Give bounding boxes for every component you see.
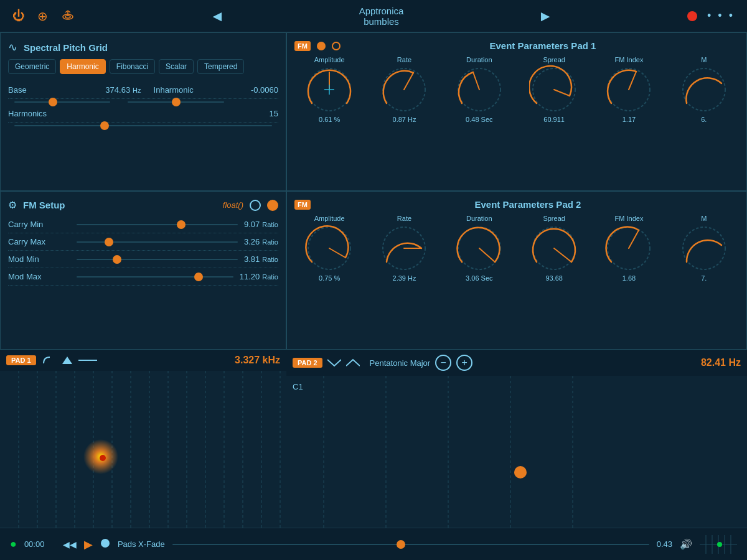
svg-line-14	[554, 90, 570, 96]
xfade-label: Pads X-Fade	[118, 539, 165, 549]
pad1-canvas[interactable]	[0, 371, 286, 528]
time-display: 00:00	[24, 539, 55, 549]
m-value-pad1: 6.	[701, 116, 707, 123]
amplitude-label-pad1: Amplitude	[314, 56, 345, 63]
volume-icon[interactable]: 🔊	[680, 538, 692, 550]
more-menu[interactable]: • • •	[707, 9, 735, 22]
pad2-minus-button[interactable]: −	[435, 355, 451, 371]
fm-title: FM Setup	[23, 200, 65, 210]
knob-amplitude-pad2: Amplitude 0.75 %	[298, 215, 360, 282]
fm-badge-pad1: FM	[294, 41, 311, 51]
svg-line-25	[554, 248, 571, 262]
grid-display	[700, 535, 737, 554]
carry-min-row: Carry Min 9.07 Ratio	[8, 216, 278, 233]
nav-prev[interactable]: ◄	[210, 7, 225, 25]
knob-fmindex-pad1: FM Index 1.17	[598, 56, 660, 123]
app-title: Apptronica bumbles	[359, 6, 404, 27]
play-button[interactable]: ▶	[84, 538, 93, 551]
crosshair-icon[interactable]: ⊕	[37, 9, 48, 24]
gear-icon: ⚙	[8, 199, 17, 211]
nav-next[interactable]: ►	[538, 7, 553, 25]
harmonics-slider[interactable]	[14, 125, 272, 126]
top-bar-left: ⏻ ⊕	[12, 7, 75, 25]
pad2-scale[interactable]: Pentatonic Major	[370, 358, 431, 368]
base-value: 374.63	[105, 85, 130, 95]
harmonics-value: 15	[270, 109, 278, 118]
mod-min-slider[interactable]	[77, 259, 238, 260]
pad2-badge: PAD 2	[293, 358, 322, 368]
toggle-on[interactable]	[267, 200, 278, 211]
mode-scalar[interactable]: Scalar	[159, 59, 194, 74]
pad2-wave-up[interactable]	[346, 358, 360, 367]
fmindex-knob-pad1[interactable]	[604, 65, 654, 114]
spectral-header: ∿ Spectral Pitch Grid	[8, 40, 278, 54]
mode-fibonacci[interactable]: Fibonacci	[110, 59, 155, 74]
harmonics-param-row: Harmonics 15	[8, 105, 278, 123]
power-icon[interactable]: ⏻	[12, 9, 25, 23]
spread-value-pad2: 93.68	[545, 274, 563, 282]
duration-value-pad1: 0.48 Sec	[466, 116, 492, 123]
carry-max-slider[interactable]	[77, 241, 238, 243]
pad1-knob-row: Amplitude 0.61 % Rate	[294, 56, 739, 123]
toggle-off[interactable]	[250, 200, 261, 211]
rewind-button[interactable]: ◀◀	[63, 539, 77, 549]
amplitude-label-pad2: Amplitude	[314, 215, 345, 222]
duration-label-pad2: Duration	[466, 215, 492, 222]
m-knob-pad2[interactable]	[679, 223, 729, 273]
inharmonic-slider[interactable]	[128, 101, 223, 103]
amplitude-value-pad2: 0.75 %	[319, 274, 340, 282]
rate-knob-pad1[interactable]	[379, 65, 429, 114]
svg-line-19	[329, 248, 345, 258]
stop-button[interactable]	[100, 538, 110, 550]
amplitude-knob-pad2[interactable]	[304, 223, 354, 273]
spread-knob-pad1[interactable]	[529, 65, 579, 114]
carry-max-row: Carry Max 3.26 Ratio	[8, 233, 278, 251]
pad2-wave-down[interactable]	[327, 358, 341, 367]
carry-min-slider[interactable]	[77, 224, 238, 225]
pad1-triangle	[61, 355, 73, 365]
pad2-canvas[interactable]: C1	[286, 376, 747, 528]
pad2-plus-button[interactable]: +	[456, 355, 472, 371]
harmonics-label: Harmonics	[8, 109, 70, 118]
rate-label-pad1: Rate	[397, 56, 411, 63]
duration-knob-pad1[interactable]	[454, 65, 504, 114]
fmindex-label-pad1: FM Index	[615, 56, 644, 63]
m-knob-pad1[interactable]	[679, 65, 729, 114]
duration-value-pad2: 3.06 Sec	[466, 274, 492, 282]
svg-line-12	[473, 72, 479, 90]
knob-spread-pad1: Spread 60.911	[523, 56, 585, 123]
svg-line-27	[629, 230, 639, 248]
mode-tempered[interactable]: Tempered	[197, 59, 244, 74]
carry-max-value: 3.26	[244, 237, 260, 246]
inharmonic-value: -0.0060	[251, 85, 278, 95]
base-slider[interactable]	[14, 101, 110, 103]
knob-m-pad1: M 6.	[673, 56, 735, 123]
mode-geometric[interactable]: Geometric	[8, 59, 56, 74]
xfade-value: 0.43	[657, 539, 672, 549]
fm-setup-panel: ⚙ FM Setup float() Carry Min 9.07 Ratio …	[0, 191, 286, 350]
pad2-panel[interactable]: PAD 2 Pentatonic Major − + 82.41 Hz C1	[286, 350, 747, 528]
top-bar: ⏻ ⊕ ◄ Apptronica bumbles ► • • •	[0, 0, 747, 32]
xfade-slider[interactable]	[172, 544, 649, 545]
mod-max-slider[interactable]	[77, 276, 233, 278]
duration-knob-pad2[interactable]	[454, 223, 504, 273]
amplitude-knob-pad1[interactable]	[304, 65, 354, 114]
record-button[interactable]	[687, 11, 697, 21]
pad1-shape-corner[interactable]	[41, 356, 56, 365]
pad1-panel[interactable]: PAD 1 3.327 kHz	[0, 350, 286, 528]
rate-knob-pad2[interactable]	[379, 223, 429, 273]
spectral-title: Spectral Pitch Grid	[24, 42, 108, 53]
mod-max-label: Mod Max	[8, 272, 70, 281]
spread-knob-pad2[interactable]	[529, 223, 579, 273]
spectral-pitch-panel: ∿ Spectral Pitch Grid Geometric Harmonic…	[0, 32, 286, 191]
fmindex-knob-pad2[interactable]	[604, 223, 654, 273]
carry-min-unit: Ratio	[262, 221, 278, 228]
antenna-icon[interactable]	[60, 7, 75, 25]
amplitude-value-pad1: 0.61 %	[319, 116, 340, 123]
top-bar-right: • • •	[687, 9, 735, 22]
svg-line-10	[404, 73, 413, 90]
spread-value-pad1: 60.911	[543, 116, 565, 123]
event-pad2-panel: FM Event Parameters Pad 2 Amplitude 0.75…	[286, 191, 747, 350]
pad1-grid	[0, 371, 286, 528]
mode-harmonic[interactable]: Harmonic	[60, 59, 105, 74]
